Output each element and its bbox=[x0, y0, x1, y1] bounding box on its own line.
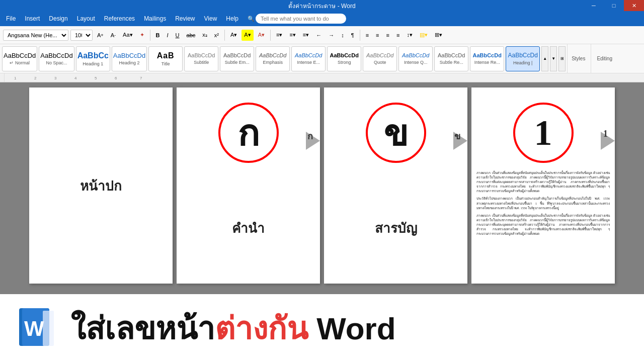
svg-rect-12 bbox=[43, 311, 54, 346]
show-formatting-button[interactable]: ¶ bbox=[349, 30, 357, 41]
font-size-select[interactable]: 100 bbox=[70, 30, 93, 41]
font-color-button[interactable]: A▾ bbox=[256, 30, 267, 41]
svg-text:1: 1 bbox=[14, 76, 17, 80]
separator4 bbox=[360, 30, 360, 41]
document-canvas: หน้าปก ก ก คำนำ ข ข สารบัญ 1 1 bbox=[0, 82, 644, 294]
decrease-font-button[interactable]: A- bbox=[108, 30, 118, 41]
page-cover-label: หน้าปก bbox=[80, 175, 122, 196]
separator3 bbox=[270, 30, 271, 41]
line-spacing-button[interactable]: ↕▾ bbox=[404, 30, 415, 41]
align-left-button[interactable]: ≡ bbox=[363, 30, 371, 41]
content-para2: ประวัติทั่วไปของภาคผนวก เป็นส่วนประกอบสำ… bbox=[476, 196, 610, 210]
font-select[interactable]: Angsana New (He... bbox=[3, 30, 68, 41]
numbering-button[interactable]: ≡▾ bbox=[287, 30, 298, 41]
page-preface-circle: ก bbox=[218, 103, 279, 163]
strikethrough-button[interactable]: abc bbox=[184, 30, 198, 41]
align-right-button[interactable]: ≡ bbox=[384, 30, 392, 41]
editing-section-label: Editing bbox=[593, 44, 616, 73]
style-subtitle[interactable]: AaBbCcDd Subtitle bbox=[184, 46, 218, 71]
ruler: 1 2 3 4 5 6 7 bbox=[0, 73, 644, 82]
borders-button[interactable]: ⊞▾ bbox=[432, 30, 445, 41]
underline-button[interactable]: U bbox=[173, 30, 182, 41]
page-content: 1 1 ภาคผนวก เป็นส่วนที่แสดงข้อมูลที่สนับ… bbox=[471, 87, 615, 284]
style-strong[interactable]: AaBbCcDd Strong bbox=[327, 46, 361, 71]
increase-font-button[interactable]: A+ bbox=[95, 30, 106, 41]
formatting-toolbar: Angsana New (He... 100 A+ A- Aa▾ ✦ B I U… bbox=[0, 26, 644, 44]
style-intense-em[interactable]: AaBbCcDd Intense E... bbox=[291, 46, 326, 71]
style-quote[interactable]: AaBbCcDd Quote bbox=[363, 46, 397, 71]
content-para1: ภาคผนวก เป็นส่วนที่แสดงข้อมูลที่สนับสนุน… bbox=[476, 170, 610, 193]
banner-word-text: Word bbox=[316, 311, 395, 346]
svg-text:W: W bbox=[24, 317, 44, 340]
menu-insert[interactable]: Insert bbox=[21, 14, 44, 24]
subscript-button[interactable]: x₂ bbox=[200, 30, 210, 41]
svg-text:3: 3 bbox=[54, 76, 57, 80]
word-logo: W bbox=[15, 306, 60, 351]
menu-file[interactable]: File bbox=[2, 14, 20, 24]
text-effects-button[interactable]: A▾ bbox=[228, 30, 239, 41]
page-preface-label: คำนำ bbox=[232, 218, 265, 238]
menu-mailings[interactable]: Mailings bbox=[140, 14, 170, 24]
svg-text:5: 5 bbox=[95, 76, 97, 80]
increase-indent-button[interactable]: → bbox=[326, 30, 337, 41]
svg-text:7: 7 bbox=[140, 76, 142, 80]
preface-page-num: ก bbox=[307, 129, 313, 143]
title-bar-text: ตั้งค่าหน้ากระดาษ - Word bbox=[288, 1, 355, 11]
style-heading2[interactable]: AaBbCcDd Heading 2 bbox=[112, 46, 147, 71]
svg-text:2: 2 bbox=[34, 76, 37, 80]
change-case-button[interactable]: Aa▾ bbox=[120, 30, 135, 41]
toc-page-num: ข bbox=[454, 129, 460, 143]
decrease-indent-button[interactable]: ← bbox=[313, 30, 324, 41]
page-toc-circle-text: ข bbox=[383, 104, 408, 162]
style-subtle-ref[interactable]: AaBbCcDd Subtle Re... bbox=[434, 46, 468, 71]
page-cover: หน้าปก bbox=[29, 87, 173, 284]
menu-bar: File Insert Design Layout References Mai… bbox=[0, 11, 644, 26]
italic-button[interactable]: I bbox=[165, 30, 171, 41]
align-center-button[interactable]: ≡ bbox=[373, 30, 381, 41]
menu-design[interactable]: Design bbox=[45, 14, 71, 24]
style-intense-quote[interactable]: AaBbCcDd Intense Q... bbox=[398, 46, 433, 71]
separator5 bbox=[591, 44, 591, 73]
banner-text-container: ใส่เลขหน้าต่างกัน Word bbox=[70, 304, 396, 353]
highlight-button[interactable]: A▾ bbox=[242, 30, 253, 41]
banner-main-text: ใส่เลขหน้า bbox=[70, 311, 215, 346]
styles-expand[interactable]: ⊞ bbox=[558, 46, 566, 71]
clear-format-button[interactable]: ✦ bbox=[137, 30, 147, 41]
bullets-button[interactable]: ≡▾ bbox=[274, 30, 285, 41]
styles-scroll-up[interactable]: ▲ bbox=[541, 46, 548, 71]
style-subtle-em[interactable]: AaBbCcDd Subtle Em... bbox=[220, 46, 254, 71]
maximize-button[interactable]: □ bbox=[604, 0, 624, 11]
menu-references[interactable]: References bbox=[100, 14, 139, 24]
separator1 bbox=[150, 30, 150, 41]
page-toc-label: สารบัญ bbox=[375, 218, 417, 238]
style-emphasis[interactable]: AaBbCcDd Emphasis bbox=[256, 46, 290, 71]
bold-button[interactable]: B bbox=[153, 30, 163, 41]
multilevel-button[interactable]: ≡▾ bbox=[300, 30, 311, 41]
justify-button[interactable]: ≡ bbox=[394, 30, 402, 41]
menu-view[interactable]: View bbox=[200, 14, 221, 24]
shading-button[interactable]: ▤▾ bbox=[417, 30, 430, 41]
banner-end-text bbox=[308, 311, 316, 346]
sort-button[interactable]: ↕ bbox=[339, 30, 347, 41]
word-logo-svg: W bbox=[15, 306, 60, 351]
style-heading1[interactable]: AaBbCc Heading 1 bbox=[76, 46, 110, 71]
style-heading-active[interactable]: AaBbCcDd Heading | bbox=[506, 46, 540, 71]
close-button[interactable]: ✕ bbox=[624, 0, 644, 11]
svg-text:6: 6 bbox=[115, 76, 117, 80]
bottom-banner: W ใส่เลขหน้าต่างกัน Word bbox=[0, 294, 644, 362]
style-normal[interactable]: AaBbCcDd ↵ Normal bbox=[2, 46, 37, 71]
banner-red-text: ต่างกัน bbox=[215, 311, 308, 346]
minimize-button[interactable]: ─ bbox=[584, 0, 604, 11]
svg-text:4: 4 bbox=[74, 76, 77, 80]
menu-help[interactable]: Help bbox=[222, 14, 243, 24]
menu-layout[interactable]: Layout bbox=[73, 14, 99, 24]
style-title[interactable]: AaB Title bbox=[148, 46, 183, 71]
menu-review[interactable]: Review bbox=[171, 14, 199, 24]
svg-rect-0 bbox=[4, 73, 640, 82]
page-content-circle: 1 bbox=[513, 103, 574, 163]
superscript-button[interactable]: x² bbox=[212, 30, 221, 41]
style-no-spacing[interactable]: AaBbCcDd No Spac... bbox=[39, 46, 74, 71]
styles-scroll-down[interactable]: ▼ bbox=[550, 46, 557, 71]
search-input[interactable] bbox=[256, 14, 346, 24]
style-intense-ref[interactable]: AaBbCcDd Intense Re... bbox=[470, 46, 504, 71]
